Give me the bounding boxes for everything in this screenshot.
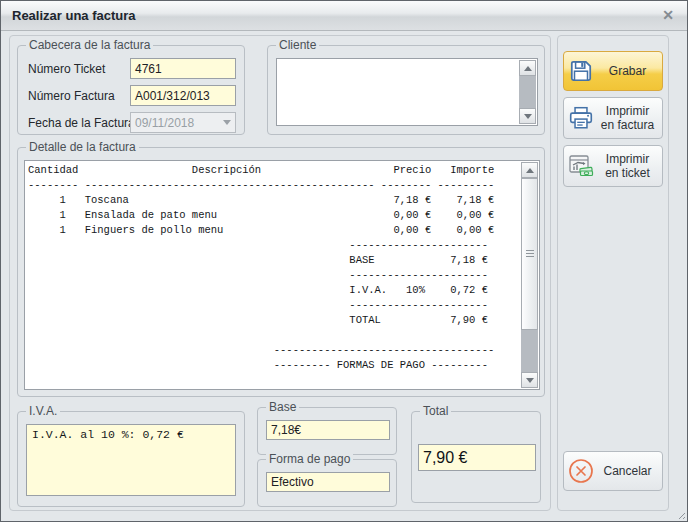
cliente-textarea[interactable] xyxy=(276,58,538,126)
group-total: Total 7,90 € xyxy=(411,411,541,503)
fecha-factura-combobox[interactable]: 09/11/2018 xyxy=(130,112,236,133)
numero-factura-label: Número Factura xyxy=(28,89,115,103)
group-detalle-title: Detalle de la factura xyxy=(26,140,139,154)
imprimir-factura-label: Imprimir en factura xyxy=(598,104,662,133)
numero-ticket-input[interactable]: 4761 xyxy=(130,58,236,79)
iva-textbox[interactable]: I.V.A. al 10 %: 0,72 € xyxy=(26,424,236,496)
group-base-title: Base xyxy=(266,400,299,414)
group-base: Base 7,18€ xyxy=(257,407,397,455)
chart-money-icon xyxy=(564,152,598,180)
group-cliente: Cliente xyxy=(267,45,545,135)
printer-icon xyxy=(564,105,598,131)
grabar-label: Grabar xyxy=(598,64,662,78)
base-input[interactable]: 7,18€ xyxy=(266,420,390,440)
total-input[interactable]: 7,90 € xyxy=(418,444,536,471)
invoice-detail-text: Cantidad Descripción Precio Importe ----… xyxy=(28,163,520,387)
detalle-scrollbar[interactable] xyxy=(521,162,538,388)
dialog-title: Realizar una factura xyxy=(12,8,136,23)
cancelar-button[interactable]: Cancelar xyxy=(563,451,663,491)
title-bar: Realizar una factura ✕ xyxy=(1,1,687,31)
scroll-up-icon[interactable] xyxy=(521,162,538,178)
group-iva: I.V.A. I.V.A. al 10 %: 0,72 € xyxy=(17,411,245,507)
cancelar-label: Cancelar xyxy=(598,464,662,478)
fecha-factura-label: Fecha de la Factura xyxy=(28,116,135,130)
grabar-button[interactable]: Grabar xyxy=(563,51,663,91)
scroll-down-icon[interactable] xyxy=(519,108,536,124)
group-cliente-title: Cliente xyxy=(276,38,319,52)
dialog-realizar-factura: Realizar una factura ✕ Cabecera de la fa… xyxy=(0,0,688,522)
cliente-scrollbar[interactable] xyxy=(519,60,536,124)
group-cabecera-title: Cabecera de la factura xyxy=(26,38,153,52)
cancel-circle-x-icon xyxy=(564,457,598,485)
numero-ticket-label: Número Ticket xyxy=(28,62,105,76)
fecha-factura-value: 09/11/2018 xyxy=(135,116,194,130)
detalle-textbox[interactable]: Cantidad Descripción Precio Importe ----… xyxy=(24,160,540,390)
forma-pago-input[interactable]: Efectivo xyxy=(266,472,390,492)
chevron-down-icon[interactable] xyxy=(223,120,231,129)
scrollbar-thumb[interactable] xyxy=(521,178,538,330)
close-icon[interactable]: ✕ xyxy=(662,7,674,23)
imprimir-ticket-label: Imprimir en ticket xyxy=(598,152,662,181)
group-detalle: Detalle de la factura Cantidad Descripci… xyxy=(17,147,545,397)
imprimir-ticket-button[interactable]: Imprimir en ticket xyxy=(563,145,663,187)
save-floppy-icon xyxy=(564,58,598,84)
group-forma-pago-title: Forma de pago xyxy=(266,452,353,466)
scroll-down-icon[interactable] xyxy=(521,372,538,388)
resize-grip-icon[interactable] xyxy=(677,511,686,520)
imprimir-factura-button[interactable]: Imprimir en factura xyxy=(563,97,663,139)
group-iva-title: I.V.A. xyxy=(26,404,60,418)
group-cabecera: Cabecera de la factura Número Ticket 476… xyxy=(17,45,245,135)
numero-factura-input[interactable]: A001/312/013 xyxy=(130,85,236,106)
group-total-title: Total xyxy=(420,404,451,418)
scroll-up-icon[interactable] xyxy=(519,60,536,76)
group-forma-pago: Forma de pago Efectivo xyxy=(257,459,397,507)
